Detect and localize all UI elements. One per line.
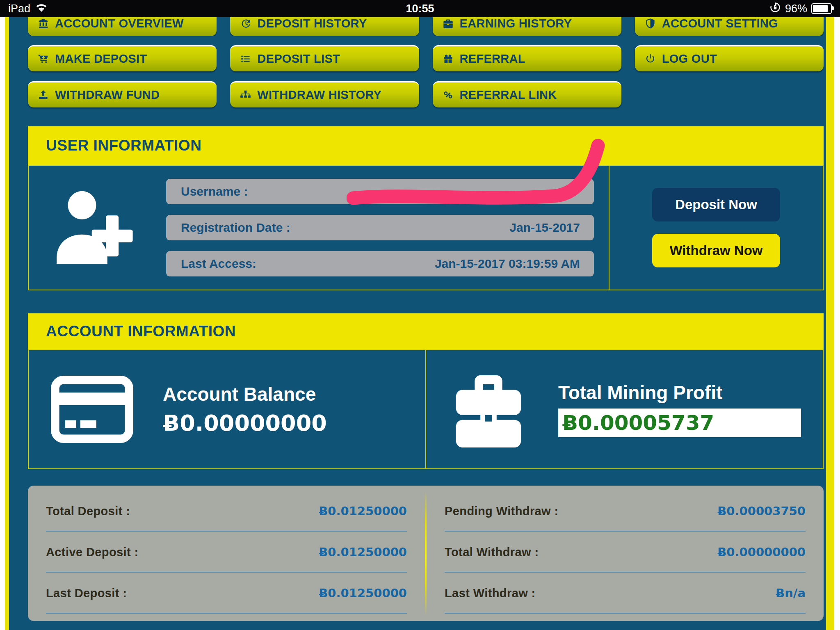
history-icon bbox=[240, 18, 251, 29]
briefcase-icon bbox=[443, 18, 454, 29]
battery-icon bbox=[811, 3, 832, 14]
nav-button-make-deposit[interactable]: MAKE DEPOSIT bbox=[28, 45, 217, 71]
nav-button-account-setting[interactable]: ACCOUNT SETTING bbox=[635, 17, 824, 36]
shield-icon bbox=[645, 18, 656, 29]
active-deposit-row: Active Deposit : Ƀ0.01250000 bbox=[46, 532, 407, 573]
nav-button-withdraw-fund[interactable]: WITHDRAW FUND bbox=[28, 81, 217, 107]
rotation-lock-icon bbox=[769, 2, 781, 16]
last-withdraw-row: Last Withdraw : Ƀn/a bbox=[445, 573, 806, 614]
user-plus-icon bbox=[49, 184, 146, 272]
nav-row-1: ACCOUNT OVERVIEW DEPOSIT HISTORY EARNING… bbox=[28, 17, 824, 36]
registration-date-field: Registration Date : Jan-15-2017 bbox=[166, 215, 594, 240]
user-information-section: USER INFORMATION Username : Registration… bbox=[28, 126, 824, 290]
account-balance-value: Ƀ0.00000000 bbox=[163, 410, 327, 436]
briefcase-icon bbox=[447, 370, 530, 448]
last-access-field: Last Access: Jan-15-2017 03:19:59 AM bbox=[166, 251, 594, 276]
last-access-label: Last Access: bbox=[181, 257, 256, 271]
bank-icon bbox=[38, 18, 49, 29]
username-field: Username : bbox=[166, 179, 594, 204]
total-mining-profit-field: Ƀ0.00005737 bbox=[558, 409, 801, 437]
credit-card-icon bbox=[50, 375, 134, 444]
stats-right-column: Pending Withdraw : Ƀ0.00003750 Total Wit… bbox=[427, 486, 824, 621]
registration-date-label: Registration Date : bbox=[181, 221, 290, 235]
nav-button-deposit-history[interactable]: DEPOSIT HISTORY bbox=[230, 17, 419, 36]
registration-date-value: Jan-15-2017 bbox=[509, 221, 580, 235]
stats-left-column: Total Deposit : Ƀ0.01250000 Active Depos… bbox=[28, 486, 425, 621]
battery-percent: 96% bbox=[785, 2, 807, 15]
nav-rows-2-3: MAKE DEPOSIT DEPOSIT LIST REFERRAL LOG O… bbox=[28, 45, 824, 107]
nav-button-account-overview[interactable]: ACCOUNT OVERVIEW bbox=[28, 17, 217, 36]
upload-icon bbox=[38, 89, 49, 100]
last-access-value: Jan-15-2017 03:19:59 AM bbox=[435, 257, 580, 271]
account-balance-card: Account Balance Ƀ0.00000000 bbox=[29, 350, 425, 468]
account-information-header: ACCOUNT INFORMATION bbox=[28, 313, 824, 349]
nav-button-deposit-list[interactable]: DEPOSIT LIST bbox=[230, 45, 419, 71]
withdraw-now-button[interactable]: Withdraw Now bbox=[652, 234, 780, 267]
nav-button-referral[interactable]: REFERRAL bbox=[433, 45, 621, 71]
total-mining-profit-title: Total Mining Profit bbox=[558, 381, 801, 404]
dashboard-page: ACCOUNT OVERVIEW DEPOSIT HISTORY EARNING… bbox=[5, 17, 834, 630]
account-information-section: ACCOUNT INFORMATION Account Balance Ƀ0.0… bbox=[28, 313, 824, 469]
pending-withdraw-row: Pending Withdraw : Ƀ0.00003750 bbox=[445, 491, 806, 532]
cart-plus-icon bbox=[38, 53, 49, 64]
nav-button-earning-history[interactable]: EARNING HISTORY bbox=[433, 17, 621, 36]
total-mining-profit-value: Ƀ0.00005737 bbox=[562, 411, 714, 435]
last-deposit-row: Last Deposit : Ƀ0.01250000 bbox=[46, 573, 407, 614]
nav-button-withdraw-history[interactable]: WITHDRAW HISTORY bbox=[230, 81, 419, 107]
total-deposit-row: Total Deposit : Ƀ0.01250000 bbox=[46, 491, 407, 532]
username-label: Username : bbox=[181, 185, 248, 199]
gift-icon bbox=[443, 53, 454, 64]
sitemap-icon bbox=[240, 89, 251, 100]
total-withdraw-row: Total Withdraw : Ƀ0.00000000 bbox=[445, 532, 806, 573]
account-balance-title: Account Balance bbox=[163, 383, 327, 405]
deposit-now-button[interactable]: Deposit Now bbox=[652, 188, 780, 221]
list-icon bbox=[240, 53, 251, 64]
power-icon bbox=[645, 53, 656, 64]
total-mining-profit-card: Total Mining Profit Ƀ0.00005737 bbox=[426, 350, 823, 468]
nav-button-referral-link[interactable]: REFERRAL LINK bbox=[433, 81, 621, 107]
user-information-header: USER INFORMATION bbox=[28, 126, 824, 165]
account-stats-panel: Total Deposit : Ƀ0.01250000 Active Depos… bbox=[28, 486, 824, 621]
nav-button-log-out[interactable]: LOG OUT bbox=[635, 45, 824, 71]
clock: 10:55 bbox=[0, 2, 840, 15]
link-icon bbox=[443, 89, 454, 100]
ios-status-bar: iPad 10:55 96% bbox=[0, 0, 840, 17]
